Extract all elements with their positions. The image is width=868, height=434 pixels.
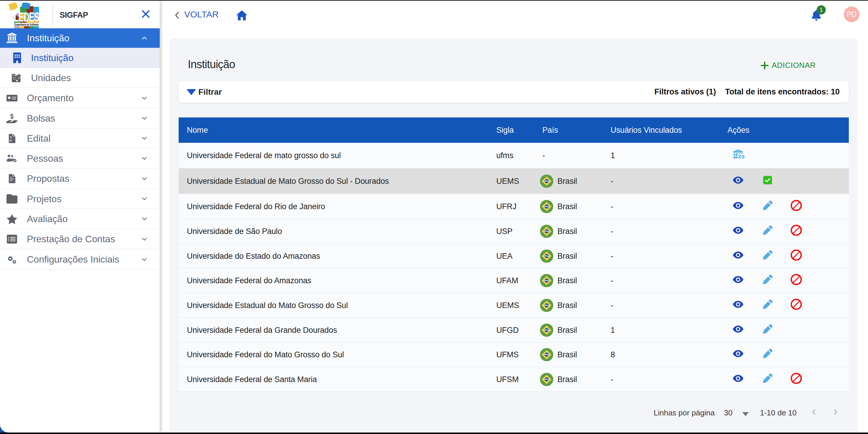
svg-text:LEDES: LEDES xyxy=(14,10,39,24)
svg-text:Engenharia de Software: Engenharia de Software xyxy=(14,23,39,26)
